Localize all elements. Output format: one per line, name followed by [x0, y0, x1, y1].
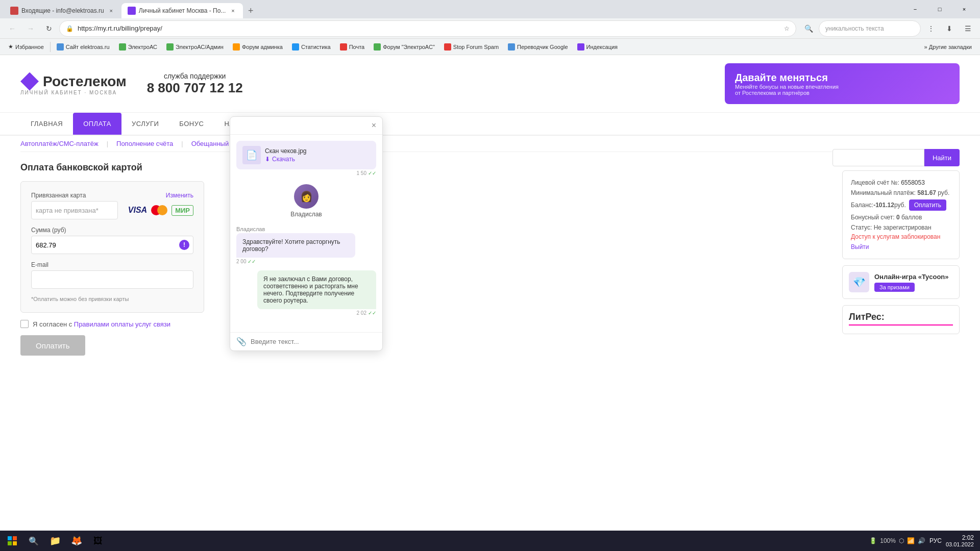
chat-overlay: × 📄 Скан чеков.jpg ⬇ Скачать 1 50: [230, 116, 383, 351]
tab-autopay[interactable]: Автоплатёж/СМС-платёж: [20, 140, 99, 147]
chat-user-msg: Я не заключал с Вами договор, соответств…: [236, 270, 376, 316]
stopspam-favicon: [444, 43, 451, 51]
search-area: Найти: [842, 145, 960, 170]
back-button[interactable]: ←: [4, 20, 20, 37]
start-button[interactable]: [2, 531, 22, 551]
search-lens-button[interactable]: 🔍: [800, 20, 817, 37]
bookmark-electro-label: ЭлектроАС: [128, 44, 157, 50]
taskbar-time: 2:02 03.01.2022: [946, 534, 974, 547]
keyboard-language: РУС: [927, 537, 944, 544]
minimize-button[interactable]: −: [903, 0, 927, 18]
chat-close-button[interactable]: ×: [372, 121, 376, 130]
volume-icon: 🔊: [918, 537, 925, 544]
bookmark-stopspam-label: Stop Forum Spam: [453, 44, 499, 50]
tab-rt[interactable]: Личный кабинет Москва - По... ×: [121, 3, 243, 18]
download-button[interactable]: ⬇: [941, 20, 958, 37]
taskbar-search-button[interactable]: 🔍: [23, 531, 44, 551]
agree-label: Я согласен с Правилами оплаты услуг связ…: [33, 320, 170, 328]
maximize-button[interactable]: □: [928, 0, 951, 18]
card-row: Привязанная карта Изменить карта не прив…: [31, 192, 193, 219]
forum-admin-favicon: [233, 43, 240, 51]
tab-rt-close[interactable]: ×: [229, 7, 237, 15]
search-bar[interactable]: уникальность текста: [819, 20, 921, 37]
balance-pay-button[interactable]: Оплатить: [909, 199, 946, 211]
taskbar-system-icons: 🔋 100% ⬡ 📶 🔊: [869, 537, 925, 544]
agree-checkbox[interactable]: [20, 320, 29, 328]
mastercard-logo: [151, 205, 167, 215]
chat-text-input[interactable]: [251, 338, 376, 345]
menu-button[interactable]: ☰: [960, 20, 976, 37]
address-bar[interactable]: 🔒 https://my.rt.ru/billing/prepay/ ☆: [59, 20, 796, 37]
forward-button[interactable]: →: [22, 20, 39, 37]
nav-payment[interactable]: ОПЛАТА: [73, 113, 121, 135]
nav-bonus[interactable]: БОНУС: [169, 113, 214, 135]
pay-button[interactable]: Оплатить: [20, 335, 85, 356]
bookmark-admin-label: ЭлектроАС/Админ: [176, 44, 224, 50]
tycoon-prizes-button[interactable]: За призами: [874, 283, 915, 292]
bookmark-index-label: Индексация: [586, 44, 618, 50]
forum-favicon: [374, 43, 381, 51]
amount-input[interactable]: [31, 236, 193, 254]
svg-rect-1: [13, 536, 17, 540]
bookmark-forum-label: Форум "ЭлектроАС": [383, 44, 435, 50]
tycoon-ad-content: Онлайн-игра «Tycoon» За призами: [874, 273, 949, 292]
chat-header: ×: [230, 117, 382, 135]
sidebar-search-input[interactable]: [832, 149, 924, 166]
chat-file-bubble: 📄 Скан чеков.jpg ⬇ Скачать: [236, 141, 376, 169]
bookmark-electro[interactable]: ЭлектроАС: [115, 41, 161, 53]
tab-mail-title: Входящие - info@elektroas.ru: [21, 7, 104, 14]
file-download-button[interactable]: ⬇ Скачать: [265, 156, 307, 163]
bookmark-forum[interactable]: Форум "ЭлектроАС": [370, 41, 439, 53]
close-button[interactable]: ×: [952, 0, 976, 18]
card-change-link[interactable]: Изменить: [166, 192, 193, 199]
chat-sender-label: Владислав: [236, 226, 376, 232]
new-tab-button[interactable]: +: [243, 3, 258, 18]
bluetooth-icon: ⬡: [899, 537, 904, 544]
nav-bar: ← → ↻ 🔒 https://my.rt.ru/billing/prepay/…: [0, 18, 980, 39]
taskbar-app-browser[interactable]: 🦊: [66, 531, 87, 551]
bookmark-separator: [50, 42, 51, 52]
bookmark-admin[interactable]: ЭлектроАС/Админ: [162, 41, 228, 53]
form-note: *Оплатить можно без привязки карты: [31, 296, 193, 302]
bookmark-site[interactable]: Сайт elektroas.ru: [53, 41, 114, 53]
agent-name: Владислав: [290, 211, 322, 218]
bookmark-index[interactable]: Индексация: [573, 41, 622, 53]
translate-favicon: [508, 43, 515, 51]
email-input[interactable]: [31, 270, 193, 289]
bookmark-label: Избранное: [15, 44, 44, 50]
tab-mail-close[interactable]: ×: [107, 7, 115, 15]
card-placeholder: карта не привязана*: [36, 207, 99, 214]
bookmark-mail[interactable]: Почта: [336, 41, 369, 53]
nav-main[interactable]: ГЛАВНАЯ: [20, 113, 73, 135]
msg2-time: 2 02 ✓✓: [357, 310, 376, 316]
download-icon: ⬇: [265, 156, 270, 163]
tycoon-icon: 💎: [849, 272, 869, 292]
taskbar-app-files[interactable]: 📁: [45, 531, 65, 551]
bookmark-stopspam[interactable]: Stop Forum Spam: [440, 41, 503, 53]
rt-banner[interactable]: Давайте меняться Меняйте бонусы на новые…: [725, 63, 960, 104]
bookmark-izbranoe[interactable]: ★ Избранное: [4, 41, 48, 53]
sidebar-search-button[interactable]: Найти: [924, 149, 960, 166]
nav-services[interactable]: УСЛУГИ: [121, 113, 169, 135]
logout-link[interactable]: Выйти: [851, 243, 869, 251]
payment-tabs: Автоплатёж/СМС-платёж | Пополнение счёта…: [20, 140, 832, 152]
bookmark-forum-admin[interactable]: Форум админка: [229, 41, 287, 53]
index-favicon: [577, 43, 584, 51]
bookmark-mail-label: Почта: [349, 44, 365, 50]
tab-mail[interactable]: Входящие - info@elektroas.ru ×: [4, 3, 121, 18]
bookmark-forum-admin-label: Форум админка: [242, 44, 283, 50]
agree-link[interactable]: Правилами оплаты услуг связи: [74, 320, 170, 328]
attach-icon[interactable]: 📎: [236, 337, 247, 346]
taskbar-app-gallery[interactable]: 🖼: [88, 531, 108, 551]
msg1-time: 2 00 ✓✓: [236, 259, 376, 264]
bookmark-stats[interactable]: Статистика: [288, 41, 335, 53]
nav-right-buttons: 🔍 уникальность текста ⋮ ⬇ ☰: [800, 20, 976, 37]
right-sidebar: Найти Лицевой счёт №: 6558053 Минимальны…: [842, 140, 960, 356]
tab-topup[interactable]: Пополнение счёта: [116, 140, 173, 147]
card-input[interactable]: карта не привязана*: [31, 201, 118, 219]
svg-rect-2: [8, 541, 12, 545]
bookmark-translate[interactable]: Переводчик Google: [504, 41, 572, 53]
bookmark-other[interactable]: » Другие закладки: [920, 41, 976, 53]
extensions-button[interactable]: ⋮: [923, 20, 939, 37]
reload-button[interactable]: ↻: [41, 20, 57, 37]
